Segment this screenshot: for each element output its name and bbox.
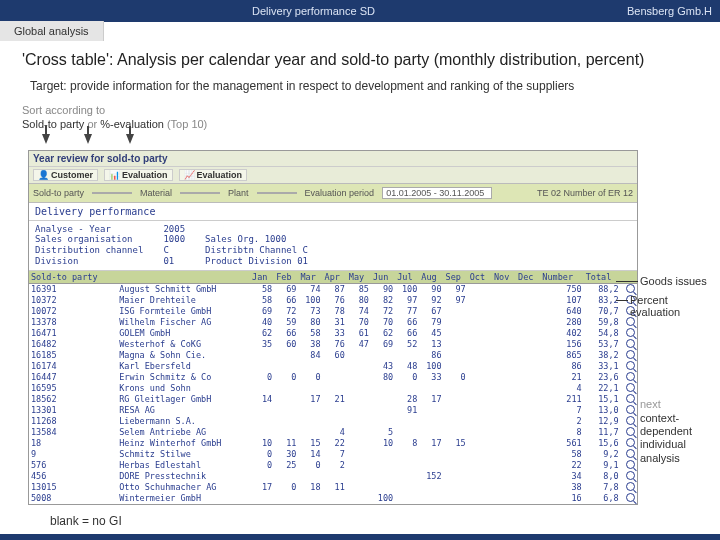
right-meta: TE 02 Number of ER 12 — [537, 188, 633, 198]
magnifier-icon[interactable] — [626, 427, 635, 436]
table-row[interactable]: 5008Wintermeier GmbH100166,8 — [29, 493, 637, 504]
ann-next: next — [640, 398, 661, 410]
arrow-icon — [84, 134, 92, 144]
table-row[interactable]: 11268Liebermann S.A.212,9 — [29, 416, 637, 427]
lbl-material: Material — [140, 188, 172, 198]
table-row[interactable]: 16447Erwin Schmitz & Co0008003302123,6 — [29, 372, 637, 383]
fld-soldto[interactable] — [92, 192, 132, 194]
magnifier-icon[interactable] — [626, 383, 635, 392]
table-row[interactable]: 16174Karl Ebersfeld43481008633,1 — [29, 361, 637, 372]
lbl-plant: Plant — [228, 188, 249, 198]
magnifier-icon[interactable] — [626, 394, 635, 403]
ann-goods: Goods issues — [640, 275, 707, 287]
magnifier-icon[interactable] — [626, 284, 635, 293]
page-title: 'Cross table': Analysis per calendar yea… — [22, 51, 704, 69]
lbl-period: Evaluation period — [305, 188, 375, 198]
table-row[interactable]: 456DORE Presstechnik152348,0 — [29, 471, 637, 482]
table-row[interactable]: 9Schmitz Stilwe030147589,2 — [29, 449, 637, 460]
sort-soldto: Sold-to party — [22, 118, 84, 130]
table-row[interactable]: 10072ISG Formteile GmbH69727378747277676… — [29, 306, 637, 317]
table-row[interactable]: 13015Otto Schuhmacher AG1701811387,8 — [29, 482, 637, 493]
magnifier-icon[interactable] — [626, 405, 635, 414]
sap-window: Year review for sold-to party 👤 Customer… — [28, 150, 638, 505]
sort-hint: Sort according to Sold-to party or %-eva… — [22, 103, 704, 132]
ann-context: context-dependent individual analysis — [640, 412, 714, 465]
btn-evaluation2[interactable]: 📈 Evaluation — [179, 169, 248, 181]
table-row[interactable]: 576Herbas Edlestahl02502229,1 — [29, 460, 637, 471]
lbl-soldto: Sold-to party — [33, 188, 84, 198]
table-row[interactable]: 16482Westerhof & CoKG3560387647695213156… — [29, 339, 637, 350]
table-row[interactable]: 18562RG Gleitlager GmbH141721281721115,1 — [29, 394, 637, 405]
ann-percent: Percent evaluation — [630, 294, 720, 318]
table-row[interactable]: 13378Wilhelm Fischer AG40598031707066792… — [29, 317, 637, 328]
table-row[interactable]: 16595Krons und Sohn422,1 — [29, 383, 637, 394]
sort-arrows — [22, 134, 704, 148]
magnifier-icon[interactable] — [626, 449, 635, 458]
btn-evaluation[interactable]: 📊 Evaluation — [104, 169, 173, 181]
meta-block: Analyse - Year Sales organisation Distri… — [29, 221, 637, 271]
filter-bar: Sold-to party Material Plant Evaluation … — [29, 184, 637, 203]
footer-bar — [0, 534, 720, 540]
section-title: Delivery performance — [29, 203, 637, 221]
fld-plant[interactable] — [257, 192, 297, 194]
table-row[interactable]: 16471GOLEM GmbH626658336162664540254,8 — [29, 328, 637, 339]
btn-customer[interactable]: 👤 Customer — [33, 169, 98, 181]
arrow-icon — [126, 134, 134, 144]
target-text: Target: provide information for the mana… — [22, 79, 704, 93]
magnifier-icon[interactable] — [626, 482, 635, 491]
sort-percent: %-evaluation — [100, 118, 164, 130]
magnifier-icon[interactable] — [626, 328, 635, 337]
magnifier-icon[interactable] — [626, 339, 635, 348]
table-row[interactable]: 18Heinz Winterhof GmbH101115221081715561… — [29, 438, 637, 449]
sort-line1: Sort according to — [22, 104, 105, 116]
magnifier-icon[interactable] — [626, 460, 635, 469]
sap-toolbar: 👤 Customer 📊 Evaluation 📈 Evaluation — [29, 167, 637, 184]
table-row[interactable]: 13584Selem Antriebe AG45811,7 — [29, 427, 637, 438]
table-header-row: Sold-to partyJanFebMarAprMayJunJulAugSep… — [29, 271, 637, 284]
magnifier-icon[interactable] — [626, 438, 635, 447]
sap-title: Year review for sold-to party — [29, 151, 637, 167]
magnifier-icon[interactable] — [626, 372, 635, 381]
table-row[interactable]: 16185Magna & Sohn Cie.84608686538,2 — [29, 350, 637, 361]
brand: Bensberg Gmb.H — [627, 5, 720, 17]
topbar: Delivery performance SD Bensberg Gmb.H — [0, 0, 720, 22]
fld-material[interactable] — [180, 192, 220, 194]
table-row[interactable]: 10372Maier Drehteile58661007680829792971… — [29, 295, 637, 306]
data-table: Sold-to partyJanFebMarAprMayJunJulAugSep… — [29, 271, 637, 504]
magnifier-icon[interactable] — [626, 471, 635, 480]
magnifier-icon[interactable] — [626, 493, 635, 502]
arrow-icon — [42, 134, 50, 144]
footnote-blank: blank = no GI — [50, 514, 122, 528]
table-row[interactable]: 13301RESA AG91713,0 — [29, 405, 637, 416]
tab-global-analysis[interactable]: Global analysis — [0, 21, 104, 41]
title-center: Delivery performance SD — [0, 5, 627, 17]
magnifier-icon[interactable] — [626, 361, 635, 370]
magnifier-icon[interactable] — [626, 317, 635, 326]
fld-period[interactable]: 01.01.2005 - 30.11.2005 — [382, 187, 492, 199]
magnifier-icon[interactable] — [626, 350, 635, 359]
magnifier-icon[interactable] — [626, 416, 635, 425]
table-row[interactable]: 16391August Schmitt GmbH5869748785901009… — [29, 283, 637, 295]
